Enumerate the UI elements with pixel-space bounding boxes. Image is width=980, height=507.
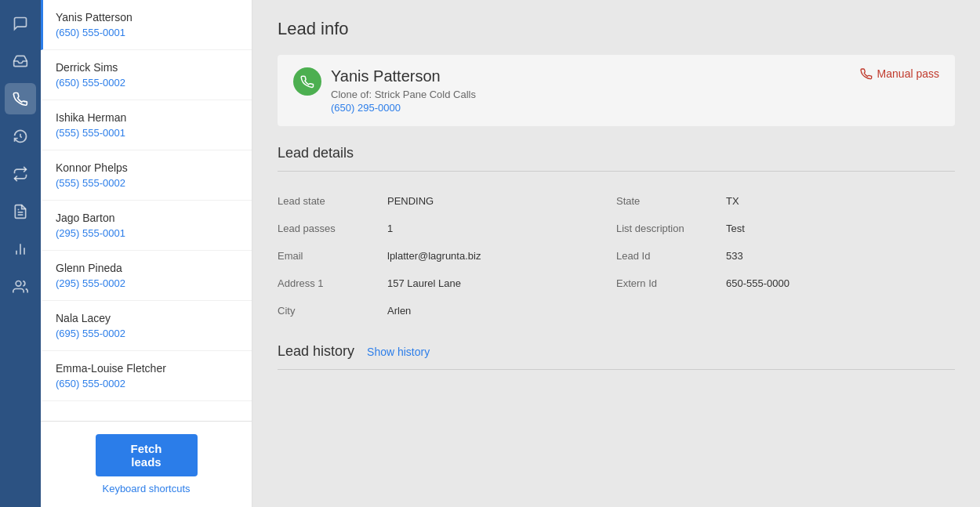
manual-pass-label: Manual pass [877,67,939,80]
lead-item[interactable]: Nala Lacey (695) 555-0002 [41,301,252,351]
users-icon[interactable] [5,271,36,302]
detail-row: List description Test [616,215,955,242]
lead-clone-label: Clone of: Strick Pane Cold Calls [331,89,476,100]
detail-row: Email lplatter@lagrunta.biz [278,242,616,270]
lead-header-name: Yanis Patterson [331,67,476,85]
lead-phone: (555) 555-0001 [56,127,239,139]
lead-header-info: Yanis Patterson Clone of: Strick Pane Co… [331,67,476,114]
lead-item[interactable]: Emma-Louise Fletcher (650) 555-0002 [41,351,252,401]
detail-label: Extern Id [616,277,726,289]
lead-name: Jago Barton [56,212,239,224]
detail-value: 157 Laurel Lane [387,277,616,289]
keyboard-shortcuts-link[interactable]: Keyboard shortcuts [102,483,190,494]
lead-name: Glenn Pineda [56,262,239,274]
lead-header-left: Yanis Patterson Clone of: Strick Pane Co… [293,67,476,114]
lead-phone-icon [293,67,321,96]
detail-row: Lead state PENDING [278,187,616,215]
detail-value: TX [726,195,955,207]
lead-phone: (650) 555-0001 [56,27,239,38]
svg-point-5 [16,281,21,287]
lead-item[interactable]: Glenn Pineda (295) 555-0002 [41,251,252,301]
icon-sidebar [0,0,41,507]
transfer-icon[interactable] [5,158,36,190]
lead-item[interactable]: Jago Barton (295) 555-0001 [41,201,252,251]
detail-label: State [616,195,726,207]
detail-row: Address 1 157 Laurel Lane [278,270,616,297]
lead-item[interactable]: Ishika Herman (555) 555-0001 [41,100,252,150]
chat-icon[interactable] [5,8,36,39]
detail-value: PENDING [387,195,616,207]
lead-name: Derrick Sims [56,61,239,74]
lead-history-header: Lead history Show history [278,343,955,360]
detail-label: Lead Id [616,250,726,262]
lead-item[interactable]: Yanis Patterson (650) 555-0001 [41,0,252,50]
lead-phone: (295) 555-0001 [56,227,239,239]
detail-label: List description [616,223,726,234]
leads-footer: Fetch leads Keyboard shortcuts [41,421,252,507]
details-left-col: Lead state PENDING Lead passes 1 Email l… [278,187,616,324]
manual-pass-button[interactable]: Manual pass [860,67,939,80]
detail-label: Lead state [278,195,387,207]
lead-header-card: Yanis Patterson Clone of: Strick Pane Co… [278,55,955,126]
details-right-col: State TX List description Test Lead Id 5… [616,187,955,324]
show-history-link[interactable]: Show history [367,346,430,358]
detail-row: Lead passes 1 [278,215,616,242]
detail-value: Arlen [387,305,616,317]
main-content: Lead info Yanis Patterson Clone of: Stri… [252,0,980,507]
leads-list: Yanis Patterson (650) 555-0001 Derrick S… [41,0,252,421]
lead-phone: (695) 555-0002 [56,328,239,339]
lead-phone: (295) 555-0002 [56,277,239,289]
lead-history-title: Lead history [278,343,354,360]
lead-details-title: Lead details [278,145,955,161]
detail-value: Test [726,223,955,234]
chart-icon[interactable] [5,234,36,265]
detail-label: Address 1 [278,277,387,289]
lead-name: Nala Lacey [56,312,239,324]
lead-clone-phone: (650) 295-0000 [331,102,476,114]
detail-value: 650-555-0000 [726,277,955,289]
detail-label: Lead passes [278,223,387,234]
lead-phone: (555) 555-0002 [56,177,239,189]
detail-row: City Arlen [278,297,616,324]
fetch-leads-button[interactable]: Fetch leads [96,434,198,476]
lead-name: Konnor Phelps [56,161,239,174]
detail-label: City [278,305,387,317]
detail-row: State TX [616,187,955,215]
phone-icon[interactable] [5,83,36,114]
details-grid: Lead state PENDING Lead passes 1 Email l… [278,187,955,324]
lead-name: Emma-Louise Fletcher [56,362,239,375]
lead-item[interactable]: Konnor Phelps (555) 555-0002 [41,150,252,201]
detail-row: Extern Id 650-555-0000 [616,270,955,297]
detail-row: Lead Id 533 [616,242,955,270]
lead-phone: (650) 555-0002 [56,378,239,389]
detail-value: 533 [726,250,955,262]
page-title: Lead info [278,19,955,39]
details-divider [278,171,955,172]
lead-phone: (650) 555-0002 [56,77,239,89]
leads-panel: Yanis Patterson (650) 555-0001 Derrick S… [41,0,252,507]
detail-label: Email [278,250,387,262]
lead-name: Yanis Patterson [56,11,239,24]
lead-name: Ishika Herman [56,111,239,124]
history-divider [278,369,955,370]
detail-value: 1 [387,223,616,234]
notes-icon[interactable] [5,196,36,227]
history-icon[interactable] [5,121,36,152]
detail-value: lplatter@lagrunta.biz [387,250,616,262]
inbox-icon[interactable] [5,45,36,77]
lead-item[interactable]: Derrick Sims (650) 555-0002 [41,50,252,100]
